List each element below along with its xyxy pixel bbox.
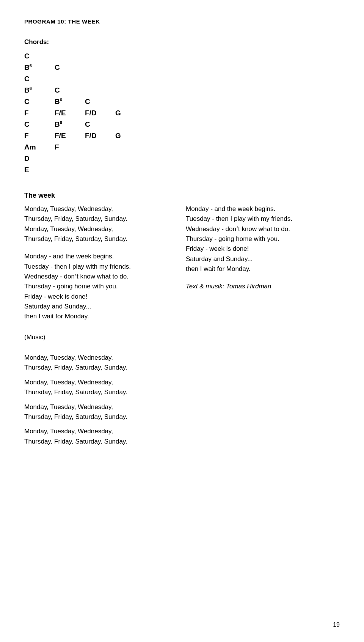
chord-row: CB6C (24, 98, 340, 108)
chord-row: D (24, 154, 340, 165)
chord-cell: G (115, 132, 146, 140)
lyrics-right-col: Monday - and the week begins.Tuesday - t… (186, 204, 340, 322)
lyric-line: then I wait for Monday. (24, 312, 178, 321)
chord-cell: F/D (85, 132, 115, 140)
lyric-line: Text & musik: Tomas Hirdman (186, 282, 340, 291)
chord-cell: C (85, 98, 115, 106)
repeat-section: Monday, Tuesday, Wednesday,Thursday, Fri… (24, 402, 340, 422)
lyric-line: Monday, Tuesday, Wednesday, (24, 353, 340, 363)
music-section: (Music) (24, 332, 340, 342)
chord-cell: F (24, 132, 55, 140)
lyrics-two-col: Monday, Tuesday, Wednesday,Thursday, Fri… (24, 204, 340, 322)
lyric-line (186, 274, 340, 282)
chord-cell: Am (24, 143, 55, 151)
lyric-line: Monday, Tuesday, Wednesday, (24, 224, 178, 234)
repeat-section: Monday, Tuesday, Wednesday,Thursday, Fri… (24, 353, 340, 373)
chord-cell: F (55, 143, 85, 151)
lyric-line: Monday, Tuesday, Wednesday, (24, 402, 340, 412)
lyric-line: Monday, Tuesday, Wednesday, (24, 378, 340, 387)
lyric-line: Monday, Tuesday, Wednesday, (24, 204, 178, 214)
chord-row: B6C (24, 63, 340, 74)
chord-row: B6C (24, 86, 340, 97)
chord-cell: G (115, 109, 146, 117)
chord-cell: F/E (55, 109, 85, 117)
lyric-line: Thursday, Friday, Saturday, Sunday. (24, 387, 340, 397)
lyric-line: Thursday, Friday, Saturday, Sunday. (24, 437, 340, 447)
lyric-line: Thursday - going home with you. (24, 282, 178, 291)
chord-row: CB6C (24, 120, 340, 131)
chords-label: Chords: (24, 38, 340, 46)
repeat-section: Monday, Tuesday, Wednesday,Thursday, Fri… (24, 378, 340, 398)
chord-row: C (24, 52, 340, 63)
repeat-section: Monday, Tuesday, Wednesday,Thursday, Fri… (24, 426, 340, 447)
lyric-line (24, 244, 178, 252)
chord-cell: F (24, 109, 55, 117)
lyric-line: Wednesday - donʼt know what to do. (24, 272, 178, 282)
lyric-line: Monday - and the week begins. (186, 204, 340, 214)
page-title: PROGRAM 10: THE WEEK (24, 18, 340, 25)
lyric-line: Monday, Tuesday, Wednesday, (24, 426, 340, 436)
chord-cell: B6 (24, 63, 55, 72)
lyric-line: Saturday and Sunday... (24, 302, 178, 312)
lyric-line: Tuesday - then I play with my friends. (186, 214, 340, 224)
repeat-sections: Monday, Tuesday, Wednesday,Thursday, Fri… (24, 353, 340, 447)
lyric-line: Thursday, Friday, Saturday, Sunday. (24, 363, 340, 373)
chord-cell: C (55, 86, 85, 94)
lyric-line: Friday - week is done! (24, 292, 178, 302)
chord-cell: C (85, 120, 115, 129)
chord-row: FF/EF/DG (24, 132, 340, 142)
chord-cell: C (24, 120, 55, 129)
lyric-line: Monday - and the week begins. (24, 252, 178, 261)
page-number: 19 (333, 622, 340, 628)
chord-row: C (24, 75, 340, 85)
lyric-line: Thursday, Friday, Saturday, Sunday. (24, 214, 178, 224)
chord-cell: F/D (85, 109, 115, 117)
chord-rows: CB6CCB6CCB6CFF/EF/DGCB6CFF/EF/DGAmFDE (24, 52, 340, 176)
chord-cell: B6 (55, 120, 85, 129)
lyric-line: Friday - week is done! (186, 244, 340, 254)
chord-cell: F/E (55, 132, 85, 140)
chord-cell: C (24, 98, 55, 106)
chord-cell: B6 (55, 98, 85, 106)
lyric-line: then I wait for Monday. (186, 264, 340, 274)
lyric-line: Saturday and Sunday... (186, 254, 340, 264)
music-label: (Music) (24, 332, 340, 342)
chord-row: FF/EF/DG (24, 109, 340, 120)
lyrics-left-col: Monday, Tuesday, Wednesday,Thursday, Fri… (24, 204, 186, 322)
chord-cell: B6 (24, 86, 55, 94)
lyric-line: Tuesday - then I play with my friends. (24, 262, 178, 272)
chords-section: Chords: CB6CCB6CCB6CFF/EF/DGCB6CFF/EF/DG… (24, 38, 340, 176)
the-week-title: The week (24, 192, 340, 200)
lyric-line: Thursday, Friday, Saturday, Sunday. (24, 412, 340, 422)
chord-cell: C (24, 52, 55, 60)
lyric-line: Thursday, Friday, Saturday, Sunday. (24, 234, 178, 244)
chord-row: E (24, 166, 340, 176)
chord-cell: C (55, 63, 85, 72)
lyric-line: Thursday - going home with you. (186, 234, 340, 244)
chord-cell: D (24, 154, 55, 163)
chord-cell: E (24, 166, 55, 174)
lyric-line: Wednesday - donʼt know what to do. (186, 224, 340, 234)
chord-cell: C (24, 75, 55, 83)
chord-row: AmF (24, 143, 340, 154)
